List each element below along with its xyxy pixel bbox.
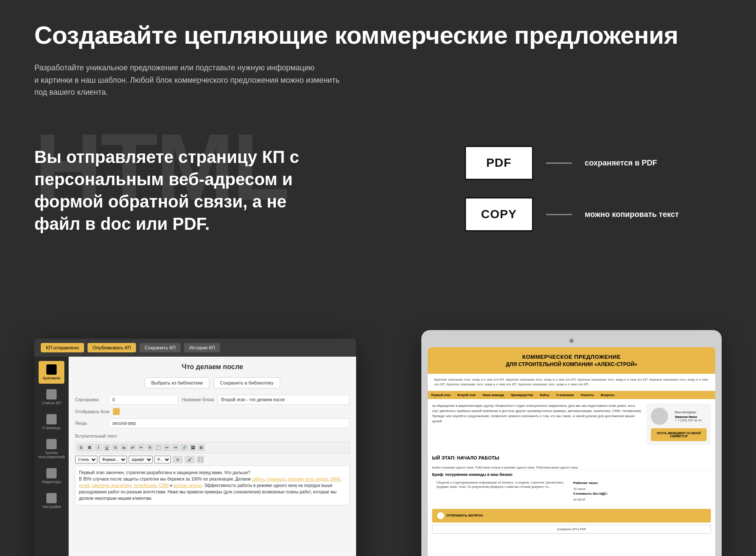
font-color-btn[interactable]: A xyxy=(172,456,183,463)
library-save-button[interactable]: Сохранить в библиотеку xyxy=(214,377,280,388)
display-row: Отображать блок xyxy=(75,408,350,415)
tablet-content-right: Ваш менеджер: Иванов Иван + 7 (343) 345-… xyxy=(647,403,711,449)
sidebar-icon-settings[interactable]: Настройки xyxy=(39,490,64,512)
sidebar-icon-groups[interactable]: Группы пользователей xyxy=(39,436,64,463)
font-select[interactable]: Шрифт xyxy=(129,456,153,463)
sidebar-icon-list-kp[interactable]: Список КП xyxy=(39,386,64,409)
tablet-subtitle: ДЛЯ СТРОИТЕЛЬНОЙ КОМПАНИИ «АЛЕКС-СТРОЙ» xyxy=(436,361,707,367)
bold-btn[interactable]: B xyxy=(86,444,94,451)
table-btn[interactable]: ⊞ xyxy=(197,444,205,451)
sort-label: Сортировка xyxy=(75,397,105,402)
bottom-section: КП отправлено Опубликовать КП Сохранить … xyxy=(34,309,722,556)
settings-icon xyxy=(46,493,57,503)
tablet-camera xyxy=(569,339,574,343)
page-icon xyxy=(46,414,57,424)
tablet-content: за обращение в маркетинговую группу «Ком… xyxy=(428,399,715,453)
copy-btn[interactable]: ⎘ xyxy=(146,444,154,451)
fullscreen-btn[interactable]: ⛶ xyxy=(197,456,204,463)
tablet-nav: Первый этап Второй этап Наша команда Пре… xyxy=(428,391,715,399)
editor-body: Кратиаом Список КП Страницы Группы польз… xyxy=(34,357,356,556)
badges-container: PDF сохраняется в PDF COPY можно копиров… xyxy=(465,146,679,231)
richtext-area[interactable]: Первый этап закончен, стратегия разработ… xyxy=(75,466,350,505)
italic-btn[interactable]: I xyxy=(94,444,102,451)
nav-questions[interactable]: Вопросы xyxy=(597,391,618,399)
nav-advantages[interactable]: Преимущества xyxy=(508,391,537,399)
sidebar-icon-kratiaom[interactable]: Кратиаом xyxy=(39,361,64,384)
manager-avatar xyxy=(651,408,668,425)
sidebar-label-kratiaom: Кратиаом xyxy=(43,376,60,380)
manager-label: Ваш менеджер: xyxy=(675,410,702,415)
block-name-label: Название блока xyxy=(182,397,214,402)
link-btn[interactable]: 🔗 xyxy=(180,444,188,451)
undo-btn[interactable]: ↩ xyxy=(163,444,171,451)
tablet-content-text: за обращение в маркетинговую группу «Ком… xyxy=(432,403,642,424)
format-select[interactable]: Формат... xyxy=(99,456,127,463)
anchor-input[interactable]: second-step xyxy=(109,418,350,428)
manager-name: Иванов Иван xyxy=(675,415,702,419)
badge-line-copy xyxy=(546,214,572,215)
display-block-checkbox[interactable] xyxy=(113,408,120,415)
intro-text-label-container: Вступительный текст xyxy=(75,432,350,439)
nav-first-step[interactable]: Первый этап xyxy=(428,391,454,399)
tablet-brief-subsection: Бриф: погружение команды в ваш бизнес Об… xyxy=(428,470,715,507)
badge-line-pdf xyxy=(546,162,572,164)
sidebar-label-groups: Группы пользователей xyxy=(38,451,65,459)
tablet-section2-text: Бьём в режиме одного окна. Работаем толь… xyxy=(428,465,715,470)
publish-kp-button[interactable]: Опубликовать КП xyxy=(88,343,136,352)
description-line1: Разработайте уникальное предложение или … xyxy=(34,63,314,72)
tablet-mockup: КОММЕРЧЕСКОЕ ПРЕДЛОЖЕНИЕ ДЛЯ СТРОИТЕЛЬНО… xyxy=(421,330,722,556)
tablet-section2-title: ЫЙ ЭТАП: НАЧАЛО РАБОТЫ xyxy=(428,453,715,463)
paste-btn[interactable]: 📋 xyxy=(154,444,162,451)
subscript-btn[interactable]: x₂ xyxy=(120,444,128,451)
description-line2: и картинки в наш шаблон. Любой блок комм… xyxy=(34,76,339,84)
tablet-screen: КОММЕРЧЕСКОЕ ПРЕДЛОЖЕНИЕ ДЛЯ СТРОИТЕЛЬНО… xyxy=(428,347,715,556)
library-pick-button[interactable]: Выбрать из библиотеки xyxy=(145,377,209,388)
tablet-content-left: за обращение в маркетинговую группу «Ком… xyxy=(432,403,642,449)
editor-actions: Выбрать из библиотеки Сохранить в библио… xyxy=(75,377,350,388)
sort-input[interactable]: 0 xyxy=(109,395,178,405)
manager-info-row: Ваш менеджер: Иванов Иван + 7 (343) 345-… xyxy=(651,408,707,425)
manager-phone: + 7 (343) 345-34-34 xyxy=(675,419,702,422)
sidebar-icon-editors[interactable]: Редакторы xyxy=(39,465,64,487)
history-kp-button[interactable]: История КП xyxy=(184,343,220,352)
send-icon xyxy=(437,512,444,519)
page-headline: Создавайте цепляющие коммерческие предло… xyxy=(34,21,722,49)
manager-card: Ваш менеджер: Иванов Иван + 7 (343) 345-… xyxy=(647,403,711,445)
work-hours-value: 16 часов xyxy=(573,487,707,492)
copy-badge-label: COPY xyxy=(481,207,517,221)
nav-cases[interactable]: Кейсы xyxy=(536,391,553,399)
editor-toolbar: КП отправлено Опубликовать КП Сохранить … xyxy=(34,339,356,357)
tablet-intro: Краткое описание того, кому и о чем это … xyxy=(428,374,715,391)
nav-clients[interactable]: Клиенты xyxy=(578,391,598,399)
redo-btn[interactable]: ↪ xyxy=(172,444,179,451)
cut-btn[interactable]: ✂ xyxy=(137,444,145,451)
copy-badge-box: COPY xyxy=(465,197,533,231)
style-select[interactable]: Стиль xyxy=(75,456,97,463)
size-select[interactable]: Р... xyxy=(154,456,171,463)
tablet-header: КОММЕРЧЕСКОЕ ПРЕДЛОЖЕНИЕ ДЛЯ СТРОИТЕЛЬНО… xyxy=(428,347,715,374)
price-title: Стоимость без НДС: xyxy=(573,491,707,496)
nav-second-step[interactable]: Второй этап xyxy=(454,391,479,399)
nav-company[interactable]: О компании xyxy=(553,391,578,399)
bg-color-btn[interactable]: 🖊 xyxy=(184,456,195,463)
source-btn[interactable]: S xyxy=(77,444,85,451)
sidebar-icon-pages[interactable]: Страницы xyxy=(39,411,64,433)
list-icon xyxy=(46,389,57,400)
block-name-input[interactable]: Второй этап - что делаем после xyxy=(218,395,350,405)
editor-sidebar: Кратиаом Список КП Страницы Группы польз… xyxy=(34,357,69,556)
display-block-label: Отображать блок xyxy=(75,409,109,414)
strikethrough-btn[interactable]: S xyxy=(112,444,119,451)
sort-row: Сортировка 0 Название блока Второй этап … xyxy=(75,395,350,405)
underline-btn[interactable]: U xyxy=(103,444,111,451)
richtext-toolbar: S B I U S x₂ x² ✂ ⎘ 📋 ↩ ↪ 🔗 🖼 xyxy=(75,442,350,454)
image-btn[interactable]: 🖼 xyxy=(189,444,197,451)
price-value: 46 000 ₽ xyxy=(573,498,707,502)
contact-button[interactable]: ПУСТЬ МЕНЕДЖЕР СО МНОЙ СВЯЖЕТСЯ xyxy=(651,428,707,441)
save-pdf-button[interactable]: Сохранить КП в PDF xyxy=(432,525,711,534)
nav-team[interactable]: Наша команда xyxy=(479,391,508,399)
kp-sent-button[interactable]: КП отправлено xyxy=(41,343,84,352)
anchor-row: Якорь second-step xyxy=(75,418,350,428)
superscript-btn[interactable]: x² xyxy=(129,444,136,451)
save-kp-button[interactable]: Сохранить КП xyxy=(139,343,181,352)
send-question-button[interactable]: ОТПРАВИТЬ ВОПРОС xyxy=(432,509,711,523)
